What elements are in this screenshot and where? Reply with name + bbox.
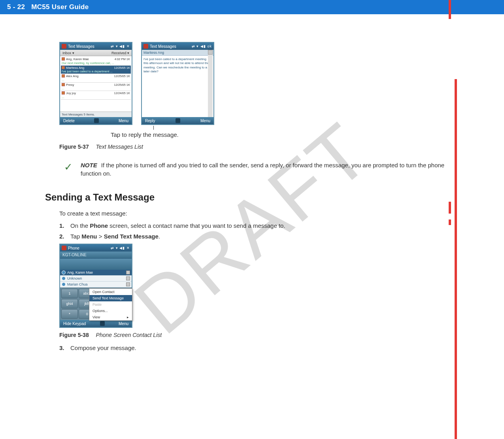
system-tray-icons: ⇄ ▾ ◀▮ ok bbox=[192, 44, 212, 48]
message-row[interactable]: Alex Ang12/25/05 1K ... bbox=[61, 74, 131, 83]
scroll-up-icon[interactable] bbox=[208, 50, 213, 55]
figure-desc: Text Messages List bbox=[96, 144, 143, 150]
checkmark-icon: ✓ bbox=[64, 161, 73, 173]
received-time: 12/25/05 bbox=[114, 74, 126, 78]
softkey-bar: Reply Menu bbox=[142, 117, 213, 124]
message-body: I've just been called to a department me… bbox=[142, 56, 213, 117]
figure-caption: Figure 5-38 Phone Screen Contact List bbox=[59, 332, 457, 338]
menu-button[interactable]: Menu bbox=[119, 119, 128, 123]
msg-size: 1K bbox=[126, 74, 130, 78]
carrier-spacer bbox=[60, 259, 132, 270]
carrier-label: KGT-ONLINE bbox=[60, 252, 132, 259]
sort-dropdown[interactable]: Received ▾ bbox=[111, 51, 129, 55]
mail-icon bbox=[62, 83, 65, 86]
phone-keypad: 1 abc2 def3 ← ghi4 jkl5 pqrs7 tuv8 * 0 O… bbox=[60, 288, 132, 320]
section-heading: Sending a Text Message bbox=[45, 192, 457, 203]
menu-send-text[interactable]: Send Text Message bbox=[89, 295, 132, 301]
scroll-handle[interactable] bbox=[126, 276, 130, 280]
message-row[interactable]: Ang, Karen Mae4:02 PM 1K Our next meetin… bbox=[61, 57, 131, 66]
window-title: Text Messages bbox=[68, 44, 109, 49]
message-row-selected[interactable]: Maritess Ang12/25/05 1K I've just been c… bbox=[61, 66, 131, 74]
scrollbar[interactable] bbox=[208, 50, 213, 117]
contact-list: Ang, Karen Mae Unknown Marian Chua bbox=[60, 270, 132, 288]
context-menu: Open Contact Send Text Message Paste Opt… bbox=[89, 288, 132, 321]
keyboard-icon[interactable] bbox=[100, 321, 105, 326]
window-title: Phone bbox=[68, 246, 109, 250]
contact-icon bbox=[62, 276, 66, 280]
bold-term: Phone bbox=[90, 222, 108, 229]
note-label: NOTE bbox=[81, 162, 97, 168]
step-2: 2. Tap Menu > Send Text Message. bbox=[59, 233, 457, 240]
doc-title: MC55 User Guide bbox=[31, 3, 89, 11]
menu-options[interactable]: Options... bbox=[89, 308, 132, 314]
sender: Ang, Karen Mae bbox=[66, 57, 89, 61]
figure-label: Figure 5-37 bbox=[59, 144, 89, 150]
msg-size: 1K bbox=[126, 83, 130, 87]
contact-row[interactable]: Marian Chua bbox=[60, 282, 132, 288]
figure-caption: Figure 5-37 Text Messages List bbox=[59, 144, 457, 150]
menu-open-contact[interactable]: Open Contact bbox=[89, 289, 132, 295]
delete-button[interactable]: Delete bbox=[63, 119, 75, 123]
scroll-handle[interactable] bbox=[126, 282, 130, 286]
msg-preview: ... bbox=[62, 87, 130, 90]
menu-paste: Paste bbox=[89, 301, 132, 308]
msg-preview: Our next meeting, by conference call, ..… bbox=[62, 61, 130, 65]
mail-icon bbox=[62, 57, 65, 61]
step-text: On the Phone screen, select a contact na… bbox=[70, 222, 457, 229]
received-time: 12/24/05 bbox=[114, 91, 126, 95]
step-text: Tap Menu > Send Text Message. bbox=[70, 233, 457, 240]
window-titlebar: Text Messages ⇄ ▾ ◀▮ ok bbox=[142, 43, 213, 50]
contact-row[interactable]: Unknown bbox=[60, 276, 132, 282]
chevron-right-icon: ▸ bbox=[127, 315, 129, 319]
window-title: Text Messages bbox=[150, 44, 190, 49]
phone-screenshot: Phone ⇄ ▾ ◀▮ ✕ KGT-ONLINE Ang, Karen Mae… bbox=[59, 244, 132, 328]
note-block: ✓ NOTE If the phone is turned off and yo… bbox=[59, 161, 457, 178]
hide-keypad-button[interactable]: Hide Keypad bbox=[63, 322, 86, 326]
key-star[interactable]: * bbox=[61, 309, 78, 319]
window-titlebar: Text Messages ⇄ ▾ ◀▮ ✕ bbox=[60, 43, 132, 50]
start-icon bbox=[62, 246, 66, 250]
page-number: 5 - 22 bbox=[7, 3, 25, 11]
key-1[interactable]: 1 bbox=[61, 289, 78, 298]
message-row[interactable]: Presy12/25/05 1K ... bbox=[61, 83, 131, 91]
contact-name: Unknown bbox=[67, 276, 82, 280]
status-bar: Text Messages 5 Items. bbox=[60, 112, 132, 117]
contact-name: Ang, Karen Mae bbox=[67, 271, 93, 274]
msg-size: 1K bbox=[126, 91, 130, 95]
system-tray-icons: ⇄ ▾ ◀▮ ✕ bbox=[111, 246, 130, 250]
message-screenshot: Text Messages ⇄ ▾ ◀▮ ok Maritess Ang I'v… bbox=[141, 42, 214, 125]
mail-icon bbox=[62, 91, 65, 95]
inbox-toolbar: Inbox ▾ Received ▾ bbox=[60, 50, 132, 56]
folder-dropdown[interactable]: Inbox ▾ bbox=[62, 51, 74, 55]
received-time: 4:02 PM bbox=[115, 57, 126, 61]
note-text: NOTE If the phone is turned off and you … bbox=[81, 161, 457, 178]
msg-size: 1K bbox=[126, 57, 130, 61]
figure-desc: Phone Screen Contact List bbox=[96, 332, 162, 338]
menu-button[interactable]: Menu bbox=[200, 119, 210, 123]
keyboard-icon[interactable] bbox=[94, 118, 99, 123]
msg-preview: ... bbox=[62, 95, 130, 99]
contact-name: Marian Chua bbox=[67, 282, 88, 286]
keyboard-icon[interactable] bbox=[176, 118, 180, 123]
step-number: 2. bbox=[59, 233, 70, 240]
step-text: Compose your message. bbox=[70, 344, 457, 351]
mail-icon bbox=[62, 66, 65, 69]
key-4[interactable]: ghi4 bbox=[61, 299, 78, 308]
sender: Maritess Ang bbox=[66, 66, 84, 70]
reply-button[interactable]: Reply bbox=[145, 119, 155, 123]
bold-term: Menu bbox=[81, 233, 97, 240]
received-time: 12/25/05 bbox=[114, 83, 126, 87]
contact-icon bbox=[62, 282, 66, 286]
message-list: Ang, Karen Mae4:02 PM 1K Our next meetin… bbox=[60, 56, 132, 112]
contact-row-selected[interactable]: Ang, Karen Mae bbox=[60, 270, 132, 276]
message-row[interactable]: Joy joy12/24/05 1K ... bbox=[61, 91, 131, 100]
menu-view[interactable]: View▸ bbox=[89, 314, 132, 320]
menu-button[interactable]: Menu bbox=[119, 322, 128, 326]
sender: Presy bbox=[66, 83, 74, 87]
system-tray-icons: ⇄ ▾ ◀▮ ✕ bbox=[111, 44, 130, 48]
scroll-handle[interactable] bbox=[126, 271, 130, 274]
intro-text: To create a text message: bbox=[59, 210, 457, 217]
step-number: 3. bbox=[59, 344, 70, 351]
figure-label: Figure 5-38 bbox=[59, 332, 89, 338]
bold-term: Send Text Message bbox=[104, 233, 159, 240]
